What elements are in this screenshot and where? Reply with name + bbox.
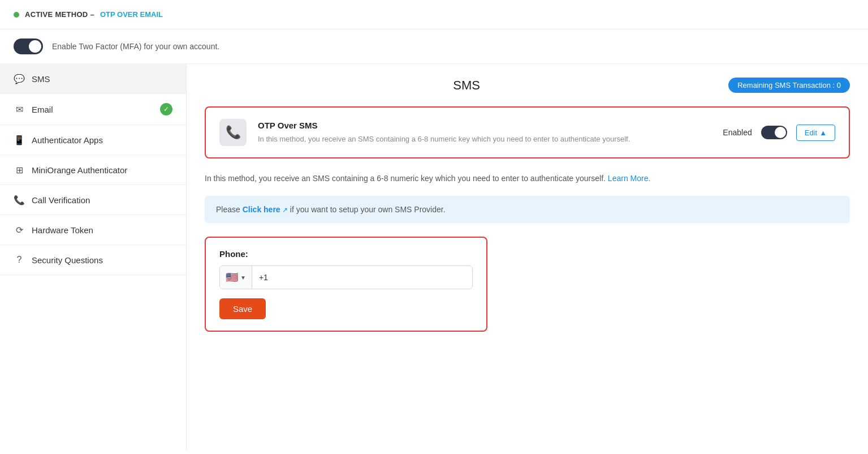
sidebar-label-security: Security Questions <box>32 255 103 265</box>
phone-icon: 📞 <box>226 125 241 140</box>
sidebar: 💬 SMS ✉ Email ✓ 📱 Authenticator Apps ⊞ M… <box>0 64 187 450</box>
content-title: SMS <box>453 78 480 93</box>
method-card: 📞 OTP Over SMS In this method, you recei… <box>205 106 850 159</box>
sidebar-label-call: Call Verification <box>32 195 90 205</box>
phone-section: Phone: 🇺🇸 ▼ Save <box>205 237 487 332</box>
mfa-description: Enable Two Factor (MFA) for your own acc… <box>52 42 219 51</box>
hardware-icon: ⟳ <box>14 224 25 235</box>
sidebar-label-hardware: Hardware Token <box>32 225 93 235</box>
content-area: SMS Remaining SMS Transaction : 0 📞 OTP … <box>187 64 868 450</box>
sms-badge: Remaining SMS Transaction : 0 <box>728 78 850 93</box>
mfa-toggle[interactable] <box>14 38 43 54</box>
save-button[interactable]: Save <box>219 298 266 319</box>
method-right: Enabled Edit ▲ <box>723 125 835 141</box>
sidebar-item-email[interactable]: ✉ Email ✓ <box>0 94 186 125</box>
edit-button[interactable]: Edit ▲ <box>796 125 835 141</box>
sms-icon: 💬 <box>14 73 25 84</box>
mfa-enable-row: Enable Two Factor (MFA) for your own acc… <box>0 29 868 64</box>
active-method-value: OTP OVER EMAIL <box>100 10 163 19</box>
external-link-icon: ↗ <box>280 206 288 214</box>
active-method-prefix: ACTIVE METHOD – <box>25 10 94 19</box>
security-icon: ? <box>14 254 25 265</box>
method-toggle[interactable] <box>761 126 787 139</box>
chevron-up-icon: ▲ <box>819 129 827 137</box>
miniorange-icon: ⊞ <box>14 164 25 175</box>
enabled-label: Enabled <box>723 128 752 137</box>
content-header: SMS Remaining SMS Transaction : 0 <box>205 78 850 93</box>
method-title: OTP Over SMS <box>258 121 711 130</box>
call-icon: 📞 <box>14 194 25 205</box>
email-check-icon: ✓ <box>160 103 172 115</box>
active-method-bar: ACTIVE METHOD – OTP OVER EMAIL <box>0 0 868 29</box>
active-dot <box>14 12 19 18</box>
method-description-text: In this method, you receive an SMS conta… <box>205 172 850 185</box>
phone-number-input[interactable] <box>252 266 472 289</box>
learn-more-link[interactable]: Learn More. <box>608 174 650 183</box>
sidebar-item-security[interactable]: ? Security Questions <box>0 245 186 275</box>
dropdown-caret-icon: ▼ <box>240 275 246 281</box>
method-desc: In this method, you receive an SMS conta… <box>258 134 711 145</box>
sidebar-label-email: Email <box>32 105 53 114</box>
sidebar-item-authenticator[interactable]: 📱 Authenticator Apps <box>0 125 186 155</box>
sidebar-item-sms[interactable]: 💬 SMS <box>0 64 186 94</box>
info-box: Please Click here ↗ if you want to setup… <box>205 196 850 223</box>
sidebar-item-miniorange[interactable]: ⊞ MiniOrange Authenticator <box>0 155 186 185</box>
authenticator-icon: 📱 <box>14 134 25 145</box>
phone-label: Phone: <box>219 249 473 259</box>
main-layout: 💬 SMS ✉ Email ✓ 📱 Authenticator Apps ⊞ M… <box>0 64 868 450</box>
sidebar-item-hardware[interactable]: ⟳ Hardware Token <box>0 215 186 245</box>
country-selector[interactable]: 🇺🇸 ▼ <box>220 266 252 289</box>
method-card-icon: 📞 <box>219 119 247 146</box>
phone-input-row: 🇺🇸 ▼ <box>219 265 473 289</box>
method-info: OTP Over SMS In this method, you receive… <box>258 121 711 145</box>
sidebar-label-authenticator: Authenticator Apps <box>32 135 103 145</box>
email-icon: ✉ <box>14 104 25 115</box>
sidebar-label-miniorange: MiniOrange Authenticator <box>32 165 127 175</box>
sidebar-label-sms: SMS <box>32 74 50 84</box>
country-flag: 🇺🇸 <box>226 271 238 284</box>
sidebar-item-call[interactable]: 📞 Call Verification <box>0 185 186 215</box>
click-here-link[interactable]: Click here <box>243 205 280 214</box>
